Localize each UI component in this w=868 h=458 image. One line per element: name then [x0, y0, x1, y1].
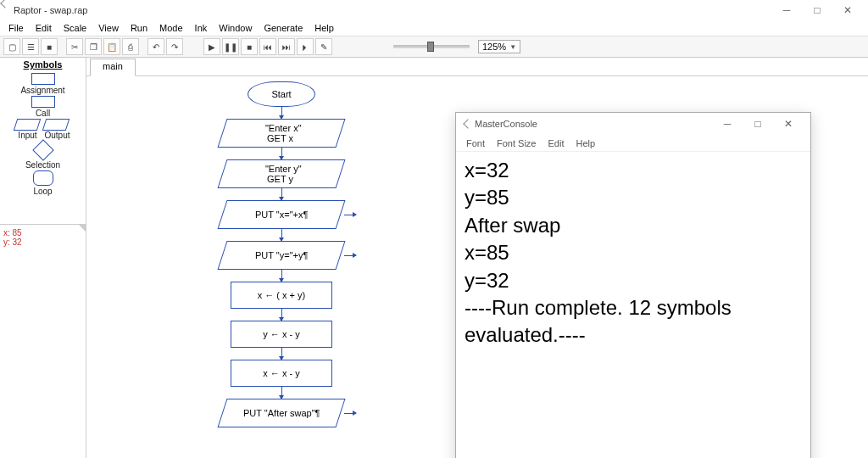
new-icon[interactable]: ▢	[3, 38, 20, 55]
output-label: Output	[44, 131, 70, 140]
master-console[interactable]: MasterConsole ─ □ ✕ Font Font Size Edit …	[455, 112, 811, 458]
menu-run[interactable]: Run	[125, 22, 153, 34]
watch-y: y: 32	[3, 237, 82, 247]
cut-icon[interactable]: ✂	[66, 38, 83, 55]
play-all-icon[interactable]: ⏵	[297, 38, 314, 55]
copy-icon[interactable]: ❐	[85, 38, 102, 55]
window-title: Raptor - swap.rap	[14, 5, 87, 15]
minimize-button[interactable]: ─	[771, 4, 802, 16]
speed-slider[interactable]	[393, 45, 470, 48]
call-symbol[interactable]	[31, 96, 55, 108]
sidebar: Symbols Assignment Call Input Output Sel…	[0, 58, 86, 458]
console-output: x=32 y=85 After swap x=85 y=32 ----Run c…	[456, 152, 810, 458]
call-label: Call	[36, 109, 50, 118]
console-titlebar[interactable]: MasterConsole ─ □ ✕	[456, 113, 810, 135]
app-icon	[463, 119, 472, 128]
assign-x2-node[interactable]: x ← x - y	[231, 360, 332, 387]
console-title: MasterConsole	[475, 119, 537, 129]
play-icon[interactable]: ▶	[203, 38, 220, 55]
assign-y-node[interactable]: y ← x - y	[231, 321, 332, 348]
app-icon	[0, 0, 9, 8]
menu-mode[interactable]: Mode	[154, 22, 188, 34]
put-afterswap-node[interactable]: PUT "After swap"¶	[217, 399, 345, 427]
symbols-header: Symbols	[0, 58, 86, 71]
selection-label: Selection	[25, 160, 60, 170]
put-x-node[interactable]: PUT "x="+x¶	[217, 200, 345, 229]
menubar: File Edit Scale View Run Mode Ink Window…	[0, 20, 868, 36]
console-line: evaluated.----	[465, 321, 802, 349]
put-y-node[interactable]: PUT "y="+y¶	[217, 241, 345, 270]
loop-symbol[interactable]	[33, 170, 53, 186]
console-line: x=32	[465, 157, 802, 184]
step-back-icon[interactable]: ⏮	[259, 38, 276, 55]
save-icon[interactable]: ■	[41, 38, 58, 55]
console-menu-edit[interactable]: Edit	[542, 138, 569, 148]
menu-generate[interactable]: Generate	[259, 22, 308, 34]
console-menu-help[interactable]: Help	[570, 138, 600, 148]
menu-edit[interactable]: Edit	[31, 22, 57, 34]
menu-ink[interactable]: Ink	[190, 22, 213, 34]
open-icon[interactable]: ☰	[22, 38, 39, 55]
output-symbol[interactable]	[42, 119, 70, 131]
menu-window[interactable]: Window	[214, 22, 257, 34]
menu-scale[interactable]: Scale	[58, 22, 92, 34]
zoom-selector[interactable]: 125%▼	[478, 40, 520, 53]
console-maximize-button[interactable]: □	[743, 118, 773, 130]
chevron-down-icon: ▼	[509, 43, 516, 51]
console-line: y=85	[465, 184, 802, 211]
assign-x-node[interactable]: x ← ( x + y)	[231, 282, 332, 309]
console-line: After swap	[465, 212, 802, 239]
console-minimize-button[interactable]: ─	[712, 118, 743, 130]
console-line: ----Run complete. 12 symbols	[465, 294, 802, 321]
input-symbol[interactable]	[14, 119, 42, 131]
main-area: main Start "Enter x"GET x "Enter y"GET y…	[86, 58, 868, 458]
pencil-icon[interactable]: ✎	[315, 38, 332, 55]
tab-main[interactable]: main	[90, 59, 136, 76]
console-menu-font[interactable]: Font	[461, 138, 490, 148]
redo-icon[interactable]: ↷	[166, 38, 183, 55]
watch-window: x: 85 y: 32	[0, 224, 86, 250]
pause-icon[interactable]: ❚❚	[222, 38, 239, 55]
maximize-button[interactable]: □	[802, 4, 832, 16]
menu-help[interactable]: Help	[309, 22, 339, 34]
console-menubar: Font Font Size Edit Help	[456, 135, 810, 152]
titlebar: Raptor - swap.rap ─ □ ✕	[0, 0, 868, 20]
console-line: x=85	[465, 239, 802, 266]
loop-label: Loop	[33, 187, 52, 196]
console-close-button[interactable]: ✕	[773, 118, 804, 130]
assignment-label: Assignment	[20, 86, 64, 95]
input-y-node[interactable]: "Enter y"GET y	[217, 159, 345, 188]
selection-symbol[interactable]	[32, 139, 53, 160]
flowchart: Start "Enter x"GET x "Enter y"GET y PUT …	[188, 81, 375, 427]
stop-icon[interactable]: ■	[241, 38, 258, 55]
console-menu-fontsize[interactable]: Font Size	[492, 138, 541, 148]
step-fwd-icon[interactable]: ⏭	[278, 38, 295, 55]
input-x-node[interactable]: "Enter x"GET x	[217, 119, 345, 148]
menu-file[interactable]: File	[3, 22, 29, 34]
input-label: Input	[15, 131, 39, 140]
paste-icon[interactable]: 📋	[103, 38, 120, 55]
tabstrip: main	[86, 58, 868, 76]
close-button[interactable]: ✕	[832, 4, 863, 16]
zoom-value: 125%	[482, 42, 506, 52]
undo-icon[interactable]: ↶	[147, 38, 164, 55]
watch-x: x: 85	[3, 228, 82, 237]
console-line: y=32	[465, 267, 802, 294]
menu-view[interactable]: View	[93, 22, 124, 34]
print-icon[interactable]: ⎙	[122, 38, 139, 55]
assignment-symbol[interactable]	[31, 73, 55, 85]
toolbar: ▢ ☰ ■ ✂ ❐ 📋 ⎙ ↶ ↷ ▶ ❚❚ ■ ⏮ ⏭ ⏵ ✎ 125%▼	[0, 36, 868, 58]
start-node[interactable]: Start	[248, 81, 315, 107]
